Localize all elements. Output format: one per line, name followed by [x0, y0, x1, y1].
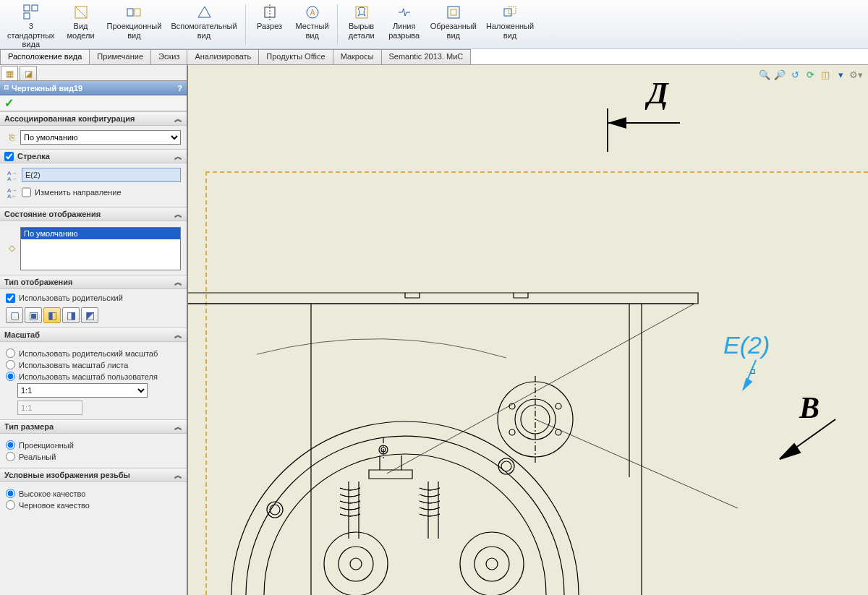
label: модели	[67, 31, 94, 40]
label: вид	[127, 31, 140, 40]
section-thread-header[interactable]: Условные изображения резьбы ︽	[0, 468, 187, 482]
tab-annotation[interactable]: Примечание	[89, 49, 151, 64]
ribbon-model-view[interactable]: Вид модели	[60, 1, 102, 41]
tab-view-layout[interactable]: Расположение вида	[0, 49, 90, 64]
label: Высокое качество	[19, 489, 85, 498]
ribbon-detail-view[interactable]: A Местный вид	[292, 1, 333, 41]
svg-point-41	[339, 547, 373, 581]
label: вид	[305, 31, 318, 40]
dim-real-radio[interactable]	[6, 452, 15, 461]
chevron-up-icon: ︽	[174, 421, 182, 432]
model-view-icon	[73, 4, 89, 20]
scale-sheet-radio[interactable]	[6, 360, 15, 369]
dim-projected-radio[interactable]	[6, 440, 15, 450]
section-disptype-header[interactable]: Тип отображения ︽	[0, 275, 187, 289]
label: Наложенный	[486, 22, 534, 31]
ribbon-alternate-pos[interactable]: Наложенный вид	[482, 1, 538, 41]
svg-rect-14	[451, 9, 456, 15]
scale-combo[interactable]: 1:1	[17, 383, 148, 398]
display-shaded-edges[interactable]: ◨	[62, 307, 80, 323]
section-arrow-header[interactable]: Стрелка ︽	[0, 149, 187, 163]
label: Реальный	[19, 453, 56, 461]
ribbon-break-line[interactable]: Линия разрыва	[383, 1, 425, 41]
svg-rect-13	[448, 7, 459, 18]
tab-evaluate[interactable]: Анализировать	[187, 49, 259, 64]
svg-rect-12	[356, 7, 367, 18]
section-scale-header[interactable]: Масштаб ︽	[0, 328, 187, 342]
section-label: Условные изображения резьбы	[4, 471, 130, 479]
tab-sketch[interactable]: Эскиз	[150, 49, 187, 64]
label: Проекционный	[19, 441, 74, 450]
selection-handle[interactable]	[751, 369, 755, 374]
tab-office[interactable]: Продукты Office	[258, 49, 333, 64]
scale-parent-radio[interactable]	[6, 348, 15, 358]
change-direction-checkbox[interactable]	[22, 185, 31, 200]
feature-tabs: Расположение вида Примечание Эскиз Анали…	[0, 49, 868, 65]
svg-line-55	[535, 419, 738, 508]
svg-point-32	[509, 429, 515, 435]
drawing-canvas[interactable]: 🔍 🔎 ↺ ⟳ ◫ ▾ ⚙▾	[188, 65, 868, 595]
svg-marker-7	[198, 7, 210, 17]
annotation-E[interactable]: Е(2)	[723, 331, 770, 359]
svg-rect-1	[32, 5, 38, 11]
tab-macros[interactable]: Макросы	[333, 49, 382, 64]
scale-user-radio[interactable]	[6, 372, 15, 381]
ribbon-projected-view[interactable]: Проекционный вид	[103, 1, 166, 41]
label: Проекционный	[107, 22, 162, 31]
display-state-list[interactable]: По умолчанию	[20, 227, 181, 270]
list-item[interactable]: По умолчанию	[21, 228, 180, 239]
svg-line-4	[75, 7, 87, 18]
section-dispstate-header[interactable]: Состояние отображения ︽	[0, 207, 187, 221]
section-label: Стрелка	[17, 153, 50, 160]
ribbon-auxiliary-view[interactable]: Вспомогательный вид	[166, 1, 241, 41]
section-label: Состояние отображения	[4, 210, 101, 218]
use-parent-label: Использовать родительский	[19, 294, 123, 302]
ribbon-crop-view[interactable]: Обрезанный вид	[426, 1, 481, 41]
label: Использовать масштаб листа	[19, 361, 128, 369]
svg-rect-0	[24, 5, 30, 11]
annotation-D: Д	[647, 76, 668, 111]
thread-hq-radio[interactable]	[6, 489, 15, 498]
display-hidden-removed[interactable]: ◧	[43, 307, 61, 323]
tab-semantic[interactable]: Semantic 2013. МиС	[381, 49, 472, 64]
ribbon-section[interactable]: Разрез	[249, 1, 291, 33]
config-select[interactable]: По умолчанию	[20, 130, 181, 145]
ribbon-3-std-views[interactable]: 3 стандартных вида	[3, 1, 59, 51]
ribbon-broken-out[interactable]: Вырыв детали	[341, 1, 383, 41]
drawing-svg	[188, 65, 868, 595]
display-hidden-visible[interactable]: ▣	[25, 307, 42, 323]
config-icon: ◪	[22, 68, 34, 80]
svg-point-31	[556, 403, 561, 409]
svg-point-40	[324, 532, 388, 595]
label: вид	[447, 31, 460, 40]
display-shaded[interactable]: ◩	[81, 307, 98, 323]
ok-check-icon[interactable]: ✓	[4, 96, 14, 110]
svg-rect-2	[24, 13, 30, 19]
svg-marker-57	[744, 379, 752, 389]
svg-point-34	[270, 505, 280, 515]
display-wireframe[interactable]: ▢	[6, 307, 23, 323]
section-dimtype-header[interactable]: Тип размера ︽	[0, 419, 187, 434]
config-list-icon: ⎘	[6, 132, 17, 143]
section-label: Тип отображения	[4, 278, 72, 286]
arrow-label-input[interactable]	[22, 168, 181, 182]
alternate-pos-icon	[502, 4, 518, 20]
use-parent-display-checkbox[interactable]	[6, 294, 15, 303]
svg-marker-23	[608, 117, 626, 129]
label: вида	[22, 40, 41, 49]
label: детали	[349, 31, 375, 40]
pm-tab-feature[interactable]: ▦	[1, 66, 18, 80]
svg-rect-6	[135, 9, 140, 16]
chevron-up-icon: ︽	[174, 114, 182, 124]
separator	[337, 4, 338, 45]
label: Местный	[296, 22, 329, 31]
svg-point-38	[501, 461, 511, 471]
thread-draft-radio[interactable]	[6, 500, 15, 510]
section-config-header[interactable]: Ассоциированная конфигурация ︽	[0, 111, 187, 126]
arrow-checkbox[interactable]	[4, 152, 14, 161]
pm-tab-config[interactable]: ◪	[20, 66, 37, 80]
label: Вырыв	[349, 22, 374, 31]
crop-view-icon	[446, 4, 461, 20]
section-icon	[262, 4, 278, 20]
help-button[interactable]: ?	[177, 84, 182, 93]
